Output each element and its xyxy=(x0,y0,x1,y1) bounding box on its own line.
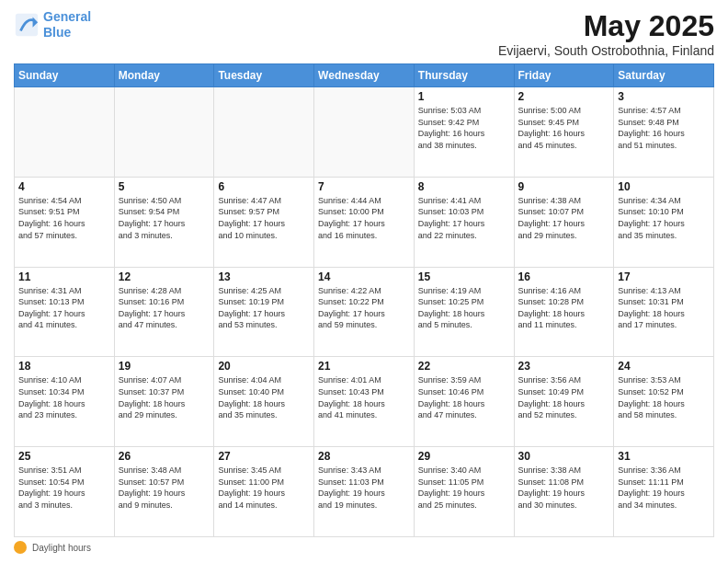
day-number: 29 xyxy=(418,450,510,463)
calendar-cell: 21Sunrise: 4:01 AM Sunset: 10:43 PM Dayl… xyxy=(314,357,415,447)
weekday-header: Sunday xyxy=(15,64,115,87)
day-info: Sunrise: 3:59 AM Sunset: 10:46 PM Daylig… xyxy=(418,374,510,420)
day-number: 27 xyxy=(218,450,310,463)
day-info: Sunrise: 4:10 AM Sunset: 10:34 PM Daylig… xyxy=(18,374,110,420)
footer-label: Daylight hours xyxy=(32,543,91,553)
day-number: 8 xyxy=(418,180,510,193)
calendar-week-row: 1Sunrise: 5:03 AM Sunset: 9:42 PM Daylig… xyxy=(15,87,714,178)
day-number: 14 xyxy=(318,270,410,283)
calendar-cell: 7Sunrise: 4:44 AM Sunset: 10:00 PM Dayli… xyxy=(314,177,415,267)
day-number: 30 xyxy=(518,450,610,463)
calendar-cell: 1Sunrise: 5:03 AM Sunset: 9:42 PM Daylig… xyxy=(414,87,514,178)
subtitle: Evijaervi, South Ostrobothnia, Finland xyxy=(498,43,714,58)
day-info: Sunrise: 3:48 AM Sunset: 10:57 PM Daylig… xyxy=(119,465,210,511)
day-info: Sunrise: 3:43 AM Sunset: 11:03 PM Daylig… xyxy=(318,465,410,511)
calendar-table: SundayMondayTuesdayWednesdayThursdayFrid… xyxy=(14,63,714,537)
day-number: 21 xyxy=(318,360,410,373)
day-number: 9 xyxy=(518,180,610,193)
calendar-cell: 26Sunrise: 3:48 AM Sunset: 10:57 PM Dayl… xyxy=(114,447,214,537)
calendar-cell: 13Sunrise: 4:25 AM Sunset: 10:19 PM Dayl… xyxy=(214,267,314,357)
page: General Blue May 2025 Evijaervi, South O… xyxy=(0,0,728,563)
day-info: Sunrise: 4:04 AM Sunset: 10:40 PM Daylig… xyxy=(218,374,310,420)
day-number: 4 xyxy=(18,180,110,193)
day-info: Sunrise: 3:36 AM Sunset: 11:11 PM Daylig… xyxy=(618,465,710,511)
calendar-cell xyxy=(314,87,415,178)
calendar-cell: 3Sunrise: 4:57 AM Sunset: 9:48 PM Daylig… xyxy=(614,87,714,178)
calendar-header-row: SundayMondayTuesdayWednesdayThursdayFrid… xyxy=(15,64,714,87)
calendar-cell xyxy=(214,87,314,178)
day-info: Sunrise: 4:19 AM Sunset: 10:25 PM Daylig… xyxy=(418,285,510,331)
calendar-cell: 17Sunrise: 4:13 AM Sunset: 10:31 PM Dayl… xyxy=(614,267,714,357)
title-block: May 2025 Evijaervi, South Ostrobothnia, … xyxy=(498,9,714,58)
day-info: Sunrise: 4:41 AM Sunset: 10:03 PM Daylig… xyxy=(418,195,510,241)
day-info: Sunrise: 3:53 AM Sunset: 10:52 PM Daylig… xyxy=(618,374,710,420)
calendar-cell: 18Sunrise: 4:10 AM Sunset: 10:34 PM Dayl… xyxy=(15,357,115,447)
day-info: Sunrise: 5:00 AM Sunset: 9:45 PM Dayligh… xyxy=(518,105,610,151)
main-title: May 2025 xyxy=(498,9,714,43)
calendar-cell: 24Sunrise: 3:53 AM Sunset: 10:52 PM Dayl… xyxy=(614,357,714,447)
calendar-cell xyxy=(114,87,214,178)
day-number: 3 xyxy=(618,90,710,103)
calendar-cell: 16Sunrise: 4:16 AM Sunset: 10:28 PM Dayl… xyxy=(514,267,614,357)
day-info: Sunrise: 4:47 AM Sunset: 9:57 PM Dayligh… xyxy=(218,195,310,241)
calendar-cell: 10Sunrise: 4:34 AM Sunset: 10:10 PM Dayl… xyxy=(614,177,714,267)
day-number: 12 xyxy=(119,270,210,283)
weekday-header: Wednesday xyxy=(314,64,415,87)
day-number: 6 xyxy=(218,180,310,193)
day-info: Sunrise: 4:31 AM Sunset: 10:13 PM Daylig… xyxy=(18,285,110,331)
day-info: Sunrise: 4:25 AM Sunset: 10:19 PM Daylig… xyxy=(218,285,310,331)
day-info: Sunrise: 4:57 AM Sunset: 9:48 PM Dayligh… xyxy=(618,105,710,151)
calendar-week-row: 11Sunrise: 4:31 AM Sunset: 10:13 PM Dayl… xyxy=(15,267,714,357)
calendar-cell: 31Sunrise: 3:36 AM Sunset: 11:11 PM Dayl… xyxy=(614,447,714,537)
day-info: Sunrise: 4:34 AM Sunset: 10:10 PM Daylig… xyxy=(618,195,710,241)
day-info: Sunrise: 3:45 AM Sunset: 11:00 PM Daylig… xyxy=(218,465,310,511)
weekday-header: Thursday xyxy=(414,64,514,87)
day-info: Sunrise: 4:50 AM Sunset: 9:54 PM Dayligh… xyxy=(119,195,210,241)
weekday-header: Monday xyxy=(114,64,214,87)
calendar-cell: 27Sunrise: 3:45 AM Sunset: 11:00 PM Dayl… xyxy=(214,447,314,537)
day-number: 24 xyxy=(618,360,710,373)
calendar-cell: 20Sunrise: 4:04 AM Sunset: 10:40 PM Dayl… xyxy=(214,357,314,447)
day-number: 31 xyxy=(618,450,710,463)
sun-icon xyxy=(14,541,27,554)
day-number: 18 xyxy=(18,360,110,373)
logo-text: General Blue xyxy=(43,9,91,40)
day-number: 7 xyxy=(318,180,410,193)
day-info: Sunrise: 4:38 AM Sunset: 10:07 PM Daylig… xyxy=(518,195,610,241)
calendar-cell: 28Sunrise: 3:43 AM Sunset: 11:03 PM Dayl… xyxy=(314,447,415,537)
weekday-header: Tuesday xyxy=(214,64,314,87)
calendar-cell: 29Sunrise: 3:40 AM Sunset: 11:05 PM Dayl… xyxy=(414,447,514,537)
calendar-cell: 19Sunrise: 4:07 AM Sunset: 10:37 PM Dayl… xyxy=(114,357,214,447)
day-info: Sunrise: 4:54 AM Sunset: 9:51 PM Dayligh… xyxy=(18,195,110,241)
day-info: Sunrise: 3:38 AM Sunset: 11:08 PM Daylig… xyxy=(518,465,610,511)
calendar-cell: 11Sunrise: 4:31 AM Sunset: 10:13 PM Dayl… xyxy=(15,267,115,357)
calendar-week-row: 18Sunrise: 4:10 AM Sunset: 10:34 PM Dayl… xyxy=(15,357,714,447)
day-number: 23 xyxy=(518,360,610,373)
calendar-cell: 9Sunrise: 4:38 AM Sunset: 10:07 PM Dayli… xyxy=(514,177,614,267)
day-number: 26 xyxy=(119,450,210,463)
day-info: Sunrise: 4:01 AM Sunset: 10:43 PM Daylig… xyxy=(318,374,410,420)
day-number: 19 xyxy=(119,360,210,373)
day-info: Sunrise: 3:51 AM Sunset: 10:54 PM Daylig… xyxy=(18,465,110,511)
day-info: Sunrise: 4:16 AM Sunset: 10:28 PM Daylig… xyxy=(518,285,610,331)
day-number: 2 xyxy=(518,90,610,103)
day-number: 15 xyxy=(418,270,510,283)
calendar-cell: 12Sunrise: 4:28 AM Sunset: 10:16 PM Dayl… xyxy=(114,267,214,357)
calendar-cell: 5Sunrise: 4:50 AM Sunset: 9:54 PM Daylig… xyxy=(114,177,214,267)
day-number: 1 xyxy=(418,90,510,103)
day-number: 17 xyxy=(618,270,710,283)
logo-icon xyxy=(14,12,40,38)
day-number: 5 xyxy=(119,180,210,193)
calendar-cell: 8Sunrise: 4:41 AM Sunset: 10:03 PM Dayli… xyxy=(414,177,514,267)
calendar-cell: 2Sunrise: 5:00 AM Sunset: 9:45 PM Daylig… xyxy=(514,87,614,178)
day-info: Sunrise: 5:03 AM Sunset: 9:42 PM Dayligh… xyxy=(418,105,510,151)
day-info: Sunrise: 4:28 AM Sunset: 10:16 PM Daylig… xyxy=(119,285,210,331)
header: General Blue May 2025 Evijaervi, South O… xyxy=(14,9,714,58)
day-number: 11 xyxy=(18,270,110,283)
day-number: 13 xyxy=(218,270,310,283)
calendar-cell: 4Sunrise: 4:54 AM Sunset: 9:51 PM Daylig… xyxy=(15,177,115,267)
calendar-cell: 25Sunrise: 3:51 AM Sunset: 10:54 PM Dayl… xyxy=(15,447,115,537)
calendar-cell: 30Sunrise: 3:38 AM Sunset: 11:08 PM Dayl… xyxy=(514,447,614,537)
weekday-header: Friday xyxy=(514,64,614,87)
day-info: Sunrise: 3:40 AM Sunset: 11:05 PM Daylig… xyxy=(418,465,510,511)
